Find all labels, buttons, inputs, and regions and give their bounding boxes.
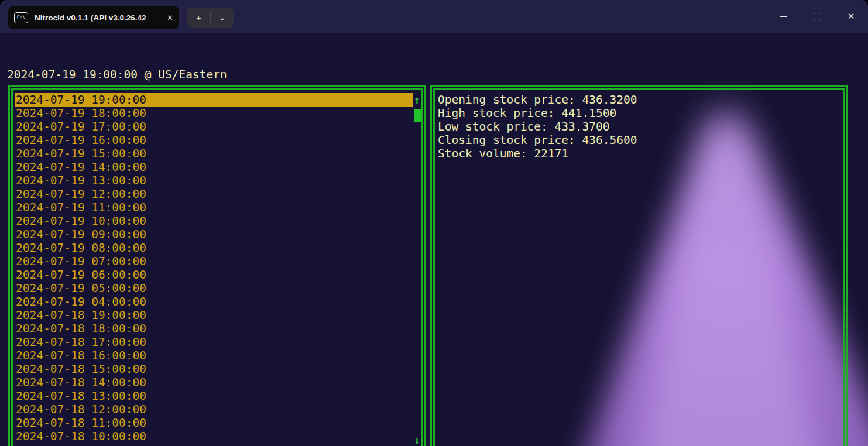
timestamp-row[interactable]: 2024-07-19 06:00:00 <box>15 268 413 282</box>
timestamp-row[interactable]: 2024-07-18 11:00:00 <box>15 416 413 430</box>
scrollbar-thumb[interactable] <box>414 109 421 122</box>
close-button[interactable]: ✕ <box>834 0 868 33</box>
timestamp-row[interactable]: 2024-07-19 10:00:00 <box>15 214 413 228</box>
timestamp-row[interactable]: 2024-07-19 19:00:00 <box>15 93 413 107</box>
current-time-header: 2024-07-19 19:00:00 @ US/Eastern <box>7 68 227 82</box>
timestamp-row[interactable]: 2024-07-19 17:00:00 <box>15 120 413 133</box>
timestamp-panel: 2024-07-19 19:00:00 2024-07-19 18:00:00 … <box>8 85 426 446</box>
stock-detail-line: Low stock price: 433.3700 <box>437 120 841 133</box>
timestamp-row[interactable]: 2024-07-18 14:00:00 <box>15 376 413 389</box>
timestamp-row[interactable]: 2024-07-18 13:00:00 <box>15 389 413 403</box>
close-icon: ✕ <box>848 11 855 22</box>
timestamp-row[interactable]: 2024-07-19 12:00:00 <box>15 187 413 201</box>
timestamp-row[interactable]: 2024-07-19 15:00:00 <box>15 147 413 160</box>
timestamp-list: 2024-07-19 19:00:00 2024-07-19 18:00:00 … <box>15 93 413 443</box>
new-tab-group: + ⌄ <box>187 8 234 28</box>
terminal-tab[interactable]: C:\ Nitrocid v0.1.1 (API v3.0.26.42 ✕ <box>8 6 179 29</box>
timestamp-row[interactable]: 2024-07-19 16:00:00 <box>15 133 413 147</box>
scroll-up-icon[interactable]: ↑ <box>414 94 420 105</box>
stock-detail-line: Stock volume: 22171 <box>437 147 841 160</box>
timestamp-row[interactable]: 2024-07-19 05:00:00 <box>15 282 413 295</box>
terminal-window: C:\ Nitrocid v0.1.1 (API v3.0.26.42 ✕ + … <box>0 0 868 446</box>
timestamp-row[interactable]: 2024-07-19 14:00:00 <box>15 160 413 174</box>
minimize-button[interactable] <box>766 0 800 33</box>
tab-dropdown-button[interactable]: ⌄ <box>211 8 234 28</box>
minimize-icon <box>780 16 787 17</box>
timestamp-row[interactable]: 2024-07-18 16:00:00 <box>15 349 413 362</box>
window-controls: ✕ <box>766 0 868 33</box>
timestamp-row[interactable]: 2024-07-18 17:00:00 <box>15 335 413 349</box>
timestamp-row[interactable]: 2024-07-19 07:00:00 <box>15 255 413 268</box>
stock-detail-line: Closing stock price: 436.5600 <box>437 133 841 147</box>
maximize-icon <box>814 13 821 20</box>
timestamp-row[interactable]: 2024-07-19 09:00:00 <box>15 228 413 241</box>
timestamp-row[interactable]: 2024-07-18 10:00:00 <box>15 430 413 443</box>
titlebar: C:\ Nitrocid v0.1.1 (API v3.0.26.42 ✕ + … <box>0 0 868 33</box>
timestamp-row[interactable]: 2024-07-19 18:00:00 <box>15 107 413 120</box>
timestamp-row[interactable]: 2024-07-19 11:00:00 <box>15 201 413 214</box>
tab-title: Nitrocid v0.1.1 (API v3.0.26.42 <box>35 13 162 22</box>
stock-detail-line: High stock price: 441.1500 <box>437 107 841 120</box>
timestamp-row[interactable]: 2024-07-18 15:00:00 <box>15 362 413 376</box>
terminal-screen: 2024-07-19 19:00:00 @ US/Eastern 2024-07… <box>0 33 868 446</box>
timestamp-row[interactable]: 2024-07-18 18:00:00 <box>15 322 413 335</box>
timestamp-row[interactable]: 2024-07-18 12:00:00 <box>15 403 413 416</box>
tab-close-icon[interactable]: ✕ <box>167 13 173 22</box>
timestamp-row[interactable]: 2024-07-19 13:00:00 <box>15 174 413 187</box>
timestamp-row[interactable]: 2024-07-18 19:00:00 <box>15 308 413 322</box>
command-prompt-icon: C:\ <box>14 12 28 23</box>
stock-details-panel: Opening stock price: 436.3200 High stock… <box>430 85 848 446</box>
maximize-button[interactable] <box>800 0 834 33</box>
stock-detail-line: Opening stock price: 436.3200 <box>437 93 841 107</box>
timestamp-row[interactable]: 2024-07-19 08:00:00 <box>15 241 413 255</box>
stock-details-list: Opening stock price: 436.3200 High stock… <box>437 93 841 160</box>
new-tab-button[interactable]: + <box>187 8 210 28</box>
timestamp-row[interactable]: 2024-07-19 04:00:00 <box>15 295 413 308</box>
scroll-down-icon[interactable]: ↓ <box>414 434 420 445</box>
